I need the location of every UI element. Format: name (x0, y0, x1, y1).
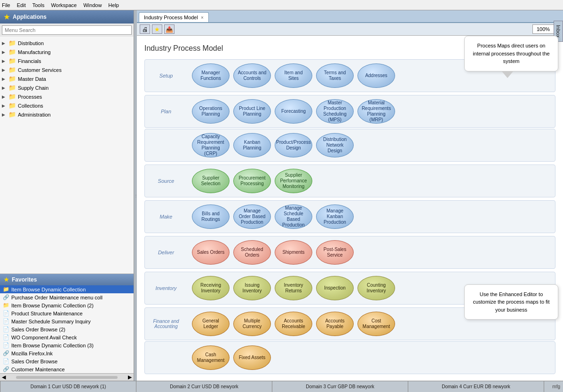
status-domain-1[interactable]: Domain 1 Curr USD DB newyork (1) (0, 381, 136, 392)
ellipse-mps[interactable]: Master Production Scheduling (MPS) (316, 99, 354, 124)
menu-tools[interactable]: Tools (32, 2, 45, 8)
ellipse-supplier-performance[interactable]: Supplier Performance Monitoring (275, 169, 312, 193)
tree-item-manufacturing[interactable]: ▶ 📁 Manufacturing (0, 47, 134, 56)
tree-item-collections[interactable]: ▶ 📁 Collections (0, 101, 134, 110)
scroll-right-btn[interactable]: ▶ (126, 374, 134, 380)
ellipse-procurement-processing[interactable]: Procurement Processing (233, 169, 271, 193)
tree-item-distribution[interactable]: ▶ 📁 Distribution (0, 39, 134, 47)
ellipse-general-ledger[interactable]: General Ledger (192, 312, 230, 336)
ellipse-kanban-planning[interactable]: Kanban Planning (233, 133, 271, 157)
process-content: Process Maps direct users on internal pr… (137, 36, 563, 381)
fav-item-7[interactable]: 📄 Item Browse Dynamic Collection (3) (0, 341, 134, 349)
menu-workspace[interactable]: Workspace (51, 2, 77, 8)
ellipse-order-based-production[interactable]: Manage Order Based Production (233, 204, 271, 229)
sidebar-scrollbar[interactable]: ◀ ▶ (0, 373, 134, 381)
ellipse-post-sales[interactable]: Post-Sales Service (316, 240, 354, 265)
menubar: File Edit Tools Workspace Window Help (0, 0, 563, 10)
scroll-left-btn[interactable]: ◀ (0, 374, 8, 380)
tree-item-supply-chain[interactable]: ▶ 📁 Supply Chain (0, 83, 134, 92)
tree-item-processes[interactable]: ▶ 📁 Processes (0, 92, 134, 101)
toolbar-export-btn[interactable]: 📤 (164, 24, 174, 34)
toolbar-print-btn[interactable]: 🖨 (140, 24, 150, 34)
ellipse-inventory-returns[interactable]: Inventory Returns (275, 276, 312, 300)
status-domain-3[interactable]: Domain 3 Curr GBP DB newyork (272, 381, 408, 392)
tree-item-customer-services[interactable]: ▶ 📁 Customer Services (0, 65, 134, 74)
fav-item-2[interactable]: 📁 Item Browse Dynamic Collection (2) (0, 301, 134, 309)
ellipse-mrp[interactable]: Material Requirements Planning (MRP) (357, 99, 395, 124)
pm-row-deliver: Deliver Sales Orders Scheduled Orders Sh… (144, 236, 555, 269)
ellipse-receiving-inventory[interactable]: Receiving Inventory (192, 276, 230, 300)
ellipse-fixed-assets[interactable]: Fixed Assets (233, 345, 271, 370)
ellipse-supplier-selection[interactable]: Supplier Selection (192, 169, 230, 193)
fav-item-10[interactable]: 🔗 Customer Maintenance (0, 365, 134, 373)
search-input[interactable] (2, 25, 132, 35)
ellipse-counting-inventory[interactable]: Counting Inventory (357, 276, 395, 300)
inbox-tab[interactable]: Inbox (554, 21, 563, 42)
ellipse-product-process-design[interactable]: Product/Process Design (275, 133, 312, 157)
ellipse-distribution-network[interactable]: Distribution Network Design (316, 133, 354, 157)
tree-item-financials[interactable]: ▶ 📁 Financials (0, 56, 134, 65)
ellipse-shipments[interactable]: Shipments (275, 240, 312, 265)
ellipse-terms-taxes[interactable]: Terms and Taxes (316, 63, 354, 88)
tree-area: ▶ 📁 Distribution ▶ 📁 Manufacturing ▶ 📁 F… (0, 37, 134, 274)
ellipse-item-sites[interactable]: Item and Sites (275, 63, 312, 88)
ellipse-accounts-controls[interactable]: Accounts and Controls (233, 63, 271, 88)
ellipse-scheduled-orders[interactable]: Scheduled Orders (233, 240, 271, 265)
tab-industry-process-model[interactable]: Industry Process Model × (139, 12, 209, 22)
fav-label-1: Purchase Order Maintenance menu coll (11, 295, 103, 300)
tree-label: Distribution (18, 40, 132, 46)
content-area: Industry Process Model × 🖨 ★ 📤 100% 50% … (137, 10, 563, 381)
ellipse-cash-management[interactable]: Cash Management (192, 345, 230, 370)
tree-item-master-data[interactable]: ▶ 📁 Master Data (0, 74, 134, 83)
fav-icon-2: 📁 (3, 302, 9, 308)
ellipse-schedule-based-production[interactable]: Manage Schedule Based Production (275, 204, 312, 229)
tree-label: Financials (18, 58, 132, 64)
status-domain-2[interactable]: Domain 2 Curr USD DB newyork (136, 381, 272, 392)
ellipse-manager-functions[interactable]: Manager Functions (192, 63, 230, 88)
fav-item-8[interactable]: 🔗 Mozilla Firefox.lnk (0, 349, 134, 357)
fav-item-6[interactable]: 📄 WO Component Avail Check (0, 333, 134, 341)
ellipse-sales-orders[interactable]: Sales Orders (192, 240, 230, 265)
pm-row-cells-source: Supplier Selection Procurement Processin… (187, 165, 555, 197)
pm-row-label-setup: Setup (145, 69, 187, 82)
expand-icon: ▶ (2, 41, 8, 46)
fav-item-5[interactable]: 📄 Sales Order Browse (2) (0, 325, 134, 333)
ellipse-cost-management[interactable]: Cost Management (357, 312, 395, 336)
ellipse-kanban-production[interactable]: Manage Kanban Production (316, 204, 354, 229)
ellipse-accounts-payable[interactable]: Accounts Payable (316, 312, 354, 336)
menu-file[interactable]: File (2, 2, 10, 8)
fav-item-3[interactable]: 📄 Product Structure Maintenance (0, 309, 134, 317)
fav-icon-5: 📄 (3, 326, 9, 332)
fav-item-1[interactable]: 🔗 Purchase Order Maintenance menu coll (0, 293, 134, 301)
ellipse-forecasting[interactable]: Forecasting (275, 99, 312, 124)
tree-item-administration[interactable]: ▶ 📁 Administration (0, 110, 134, 119)
scrollbar-track[interactable] (16, 376, 118, 379)
menu-help[interactable]: Help (108, 2, 119, 8)
ellipse-multiple-currency[interactable]: Multiple Currency (233, 312, 271, 336)
pm-row-finance-2: Cash Management Fixed Assets (144, 341, 555, 374)
ellipse-operations-planning[interactable]: Operations Planning (192, 99, 230, 124)
fav-item-4[interactable]: 📄 Master Schedule Summary Inquiry (0, 317, 134, 325)
menu-edit[interactable]: Edit (17, 2, 26, 8)
tab-close-btn[interactable]: × (201, 15, 204, 20)
fav-item-0[interactable]: 📁 Item Browse Dynamic Collection (0, 285, 134, 293)
fav-label-8: Mozilla Firefox.lnk (11, 351, 53, 356)
ellipse-inspection[interactable]: Inspection (316, 276, 354, 300)
ellipse-product-line-planning[interactable]: Product Line Planning (233, 99, 271, 124)
fav-label-2: Item Browse Dynamic Collection (2) (11, 303, 94, 308)
tree-label: Administration (18, 112, 132, 118)
pm-row-make: Make Bills and Routings Manage Order Bas… (144, 200, 555, 233)
ellipse-addresses[interactable]: Addresses (357, 63, 395, 88)
fav-item-9[interactable]: 📄 Sales Order Browse (0, 357, 134, 365)
fav-icon-10: 🔗 (3, 366, 9, 372)
tab-label: Industry Process Model (144, 15, 198, 20)
menu-window[interactable]: Window (83, 2, 102, 8)
ellipse-accounts-receivable[interactable]: Accounts Receivable (275, 312, 312, 336)
status-domain-4[interactable]: Domain 4 Curr EUR DB newyork (408, 381, 544, 392)
fav-icon-7: 📄 (3, 342, 9, 348)
ellipse-issuing-inventory[interactable]: Issuing Inventory (233, 276, 271, 300)
ellipse-bills-routings[interactable]: Bills and Routings (192, 204, 230, 229)
ellipse-crp[interactable]: Capacity Requirement Planning (CRP) (192, 133, 230, 157)
toolbar-star-btn[interactable]: ★ (152, 24, 162, 34)
pm-row-cells-deliver: Sales Orders Scheduled Orders Shipments … (187, 236, 555, 268)
